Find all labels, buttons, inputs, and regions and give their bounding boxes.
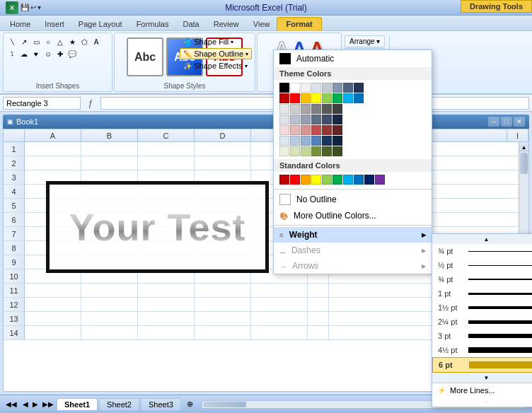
shape-icon-cloud[interactable]: ☁ [18,48,30,59]
shape-icon-star[interactable]: ★ [66,36,78,47]
color-swatch[interactable] [322,125,332,135]
grid-cell[interactable] [81,312,138,326]
color-swatch[interactable] [311,125,321,135]
submenu-scroll-up[interactable]: ▲ [432,234,532,244]
col-header-i[interactable]: I [507,129,528,141]
color-swatch[interactable] [301,125,311,135]
grid-cell[interactable] [81,326,138,340]
standard-color-swatch[interactable] [343,175,353,185]
color-swatch[interactable] [301,83,311,93]
standard-color-swatch[interactable] [290,175,300,185]
grid-cell[interactable] [25,284,81,298]
color-swatch[interactable] [279,136,289,146]
dashes-item[interactable]: ⚊ Dashes ▶ [274,243,432,258]
grid-cell[interactable] [251,298,308,312]
grid-cell[interactable] [195,284,251,298]
grid-cell[interactable] [25,312,81,326]
scroll-thumb[interactable] [520,153,528,174]
color-swatch[interactable] [332,104,342,114]
shape-icon-arrow[interactable]: ↗ [18,36,30,47]
color-swatch[interactable] [301,104,311,114]
shape-icon-rect[interactable]: ▭ [30,36,42,47]
color-swatch[interactable] [279,104,289,114]
tab-home[interactable]: Home [3,18,37,30]
shape-icon-circle[interactable]: ○ [42,36,54,47]
grid-cell[interactable] [195,326,251,340]
grid-cell[interactable] [251,312,308,326]
style-box-1[interactable]: Abc [127,37,163,76]
standard-color-swatch[interactable] [332,175,342,185]
shape-icon-text[interactable]: A [91,36,102,47]
color-swatch[interactable] [311,115,321,124]
shape-icon-heart[interactable]: ♥ [30,48,42,59]
color-swatch[interactable] [311,136,321,146]
color-swatch[interactable] [322,136,332,146]
weight-item-225[interactable]: 2¼ pt [432,315,532,329]
grid-cell[interactable] [138,156,195,170]
weight-item-075b[interactable]: ¾ pt [432,272,532,286]
weight-item-3[interactable]: 3 pt [432,329,532,343]
automatic-item[interactable]: Automatic [274,50,432,67]
sheet-tab-1[interactable]: Sheet1 [57,398,98,410]
color-swatch[interactable] [332,83,342,93]
sheet-tab-2[interactable]: Sheet2 [99,398,139,410]
shape-icon-tri[interactable]: △ [54,36,66,47]
shape-outline-btn[interactable]: ✏️ Shape Outline ▾ [180,48,252,59]
grid-cell[interactable] [25,156,81,170]
color-swatch[interactable] [279,93,289,103]
grid-cell[interactable] [138,326,195,340]
color-swatch[interactable] [290,115,300,124]
sheet-nav-left[interactable]: ◀◀ [3,400,20,408]
grid-cell[interactable] [138,298,195,312]
workbook-minimize-btn[interactable]: ─ [488,117,499,127]
color-swatch[interactable] [279,125,289,135]
col-header-c[interactable]: C [138,129,195,141]
weight-item-05[interactable]: ½ pt [432,258,532,272]
sheet-tab-add[interactable]: ⊕ [183,398,197,410]
grid-cell[interactable] [81,142,138,156]
grid-cell[interactable] [81,284,138,298]
shape-fill-btn[interactable]: 🪣 Shape Fill ▾ [180,36,252,47]
standard-color-swatch[interactable] [301,175,311,185]
color-swatch[interactable] [279,146,289,156]
grid-cell[interactable] [25,142,81,156]
standard-color-swatch[interactable] [354,175,364,185]
grid-cell[interactable] [25,326,81,340]
no-outline-item[interactable]: No Outline [274,191,432,208]
grid-cell[interactable] [308,326,329,340]
shape-rectangle[interactable]: Your Test [46,181,269,273]
color-swatch[interactable] [301,93,311,103]
grid-cell[interactable] [308,298,329,312]
grid-cell[interactable] [308,284,329,298]
color-swatch[interactable] [301,136,311,146]
tab-review[interactable]: Review [207,18,246,30]
color-swatch[interactable] [290,83,300,93]
color-swatch[interactable] [290,104,300,114]
color-swatch[interactable] [311,83,321,93]
color-swatch[interactable] [332,93,342,103]
grid-cell[interactable] [251,284,308,298]
grid-cell[interactable] [195,312,251,326]
color-swatch[interactable] [301,146,311,156]
shape-effects-btn[interactable]: ✨ Shape Effects ▾ [180,60,252,71]
shape-icon-pentagon[interactable]: ⬠ [79,36,90,47]
color-swatch[interactable] [354,83,364,93]
color-swatch[interactable] [322,104,332,114]
shape-icon-smiley[interactable]: ☺ [42,48,54,59]
color-swatch[interactable] [332,136,342,146]
sheet-nav-prev[interactable]: ◀ [21,400,30,408]
more-lines-item[interactable]: ⚡ More Lines... [432,383,532,397]
sheet-nav-right[interactable]: ▶▶ [41,400,55,408]
grid-cell[interactable] [308,312,329,326]
workbook-close-btn[interactable]: ✕ [514,117,525,127]
color-swatch[interactable] [290,125,300,135]
color-swatch[interactable] [311,93,321,103]
color-swatch[interactable] [279,83,289,93]
more-colors-item[interactable]: 🎨 More Outline Colors... [274,208,432,223]
color-swatch[interactable] [343,83,353,93]
sheet-nav-next[interactable]: ▶ [31,400,40,408]
grid-cell[interactable] [138,312,195,326]
name-box[interactable]: Rectangle 3 [3,97,81,110]
standard-color-swatch[interactable] [322,175,332,185]
standard-color-swatch[interactable] [279,175,289,185]
